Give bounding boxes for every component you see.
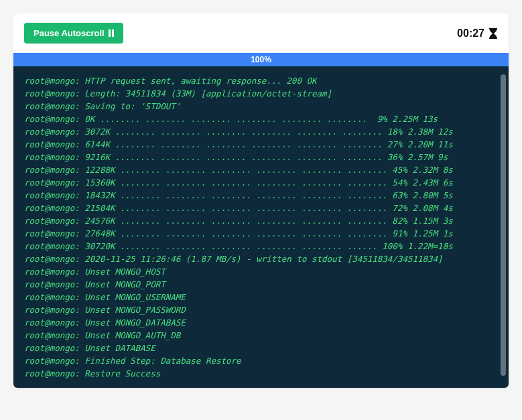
log-line: root@mongo: Unset MONGO_DATABASE [24,316,498,329]
timer: 00:27 [457,27,498,40]
log-line: root@mongo: 15360K ........ ........ ...… [24,176,498,189]
log-line: root@mongo: Unset MONGO_USERNAME [24,291,498,303]
log-line: root@mongo: Unset MONGO_AUTH_DB [24,329,498,342]
progress-bar: 100% [13,53,509,66]
log-line: root@mongo: Finished Step: Database Rest… [24,354,498,367]
log-line: root@mongo: 0K ........ ........ .......… [24,113,498,125]
pause-autoscroll-button[interactable]: Pause Autoscroll [24,23,123,44]
timer-value: 00:27 [457,27,484,40]
terminal-wrapper: root@mongo: HTTP request sent, awaiting … [13,66,509,388]
log-line: root@mongo: 30720K ........ ........ ...… [24,240,498,253]
log-line: root@mongo: Length: 34511834 (33M) [appl… [24,87,498,100]
log-line: root@mongo: 24576K ........ ........ ...… [24,214,498,227]
log-line: root@mongo: 2020-11-25 11:26:46 (1.87 MB… [24,253,498,265]
log-line: root@mongo: 12288K ........ ........ ...… [24,163,498,176]
log-line: root@mongo: 21504K ........ ........ ...… [24,202,498,214]
log-line: root@mongo: 6144K ........ ........ ....… [24,138,498,151]
log-line: root@mongo: HTTP request sent, awaiting … [24,74,498,87]
log-line: root@mongo: Saving to: 'STDOUT' [24,100,498,113]
terminal-output[interactable]: root@mongo: HTTP request sent, awaiting … [13,74,509,380]
progress-percent: 100% [251,55,271,64]
log-line: root@mongo: 9216K ........ ........ ....… [24,151,498,163]
log-line: root@mongo: 18432K ........ ........ ...… [24,189,498,202]
pause-icon [109,29,114,37]
main-panel: Pause Autoscroll 00:27 100% root@mongo: … [13,13,509,388]
log-line: root@mongo: 27648K ........ ........ ...… [24,227,498,240]
log-line: root@mongo: Unset MONGO_PASSWORD [24,303,498,316]
log-line: root@mongo: Unset DATABASE [24,342,498,354]
hourglass-icon [488,28,498,39]
log-line: root@mongo: Unset MONGO_PORT [24,278,498,291]
scrollbar[interactable] [501,74,506,376]
log-line: root@mongo: Restore Success [24,367,498,380]
log-line: root@mongo: Unset MONGO_HOST [24,265,498,278]
pause-autoscroll-label: Pause Autoscroll [34,28,105,38]
log-line: root@mongo: 3072K ........ ........ ....… [24,125,498,138]
header: Pause Autoscroll 00:27 [13,13,509,53]
